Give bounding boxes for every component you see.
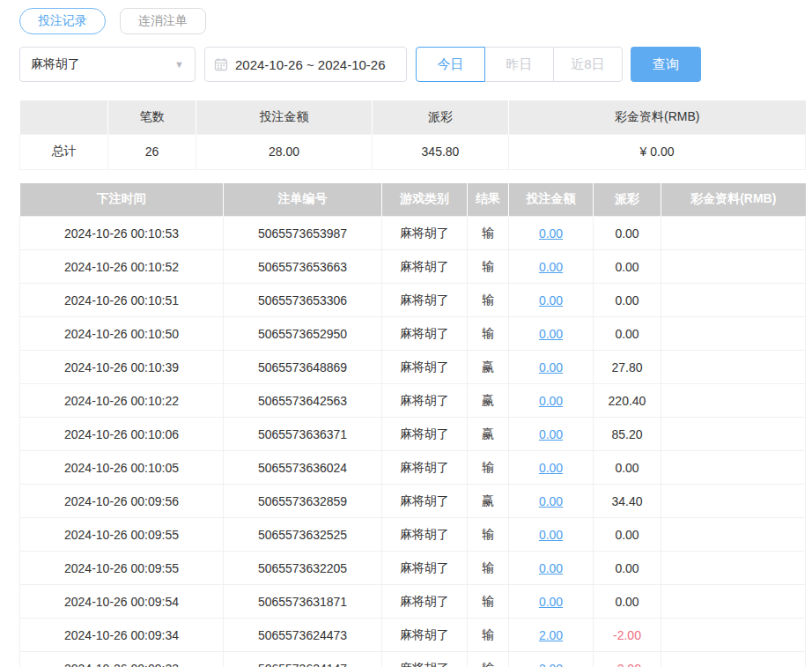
bet-amount-cell: 2.00 — [509, 619, 594, 652]
bonus-cell — [661, 284, 806, 317]
summary-header-bet-amount: 投注金额 — [196, 100, 373, 134]
bet-amount-link[interactable]: 0.00 — [539, 595, 563, 609]
result-cell: 输 — [468, 652, 509, 667]
order-no-cell: 5065573648869 — [224, 351, 382, 384]
result-cell: 输 — [468, 585, 509, 619]
bet-time-cell: 2024-10-26 00:09:54 — [20, 585, 224, 619]
payout-cell: 0.00 — [594, 284, 661, 317]
bet-amount-cell: 0.00 — [509, 284, 594, 317]
result-cell: 输 — [468, 317, 509, 351]
payout-cell: 34.40 — [594, 485, 661, 518]
summary-total-count: 26 — [108, 134, 196, 169]
bet-time-cell: 2024-10-26 00:09:55 — [20, 518, 224, 552]
bet-time-cell: 2024-10-26 00:10:22 — [20, 384, 224, 418]
bet-amount-link[interactable]: 0.00 — [539, 427, 563, 441]
search-button[interactable]: 查询 — [631, 47, 701, 82]
bet-amount-link[interactable]: 0.00 — [539, 461, 563, 475]
bet-amount-cell: 0.00 — [509, 451, 594, 485]
bet-amount-cell: 0.00 — [509, 351, 594, 384]
records-header-order-no: 注单编号 — [224, 183, 382, 217]
bet-amount-link[interactable]: 0.00 — [539, 226, 563, 241]
payout-cell: 220.40 — [594, 384, 661, 418]
summary-header-payout: 派彩 — [373, 100, 509, 134]
records-header-bet-amount: 投注金额 — [509, 183, 594, 217]
quick-range-today-label: 今日 — [438, 56, 464, 73]
game-type-cell: 麻将胡了 — [382, 485, 468, 518]
order-no-cell: 5065573624147 — [224, 652, 382, 667]
bet-time-cell: 2024-10-26 00:10:05 — [20, 451, 224, 485]
payout-cell: 27.80 — [594, 351, 661, 384]
table-row: 2024-10-26 00:10:51 5065573653306 麻将胡了 输… — [20, 284, 806, 317]
date-range-picker[interactable]: 2024-10-26 ~ 2024-10-26 — [204, 47, 407, 82]
payout-cell: 0.00 — [594, 552, 661, 585]
bet-amount-link[interactable]: 0.00 — [539, 494, 563, 508]
date-range-value: 2024-10-26 ~ 2024-10-26 — [235, 57, 386, 72]
order-no-cell: 5065573624473 — [224, 619, 382, 652]
order-no-cell: 5065573653663 — [224, 250, 382, 284]
table-row: 2024-10-26 00:10:22 5065573642563 麻将胡了 赢… — [20, 384, 806, 418]
bonus-cell — [661, 351, 806, 384]
bet-amount-cell: 0.00 — [509, 217, 594, 250]
result-cell: 输 — [468, 217, 509, 250]
game-type-cell: 麻将胡了 — [382, 619, 468, 652]
bonus-cell — [661, 518, 806, 552]
summary-header-empty — [20, 100, 108, 134]
bet-time-cell: 2024-10-26 00:10:39 — [20, 351, 224, 384]
filter-row: 麻将胡了 ▼ 2024-10-26 ~ 2024-10-26 — [19, 47, 806, 82]
bet-amount-link[interactable]: 0.00 — [539, 260, 563, 274]
records-table: 下注时间 注单编号 游戏类别 结果 投注金额 派彩 彩金资料(RMB) 2024… — [19, 183, 806, 667]
game-type-cell: 麻将胡了 — [382, 284, 468, 317]
bet-amount-cell: 0.00 — [509, 485, 594, 518]
bet-amount-link[interactable]: 2.00 — [539, 662, 563, 667]
summary-total-payout: 345.80 — [373, 134, 509, 169]
order-no-cell: 5065573632859 — [224, 485, 382, 518]
table-row: 2024-10-26 00:09:34 5065573624473 麻将胡了 输… — [20, 619, 806, 652]
game-type-cell: 麻将胡了 — [382, 451, 468, 485]
result-cell: 输 — [468, 284, 509, 317]
bet-amount-link[interactable]: 0.00 — [539, 360, 563, 374]
quick-range-last8days-label: 近8日 — [571, 56, 604, 73]
payout-cell: -2.00 — [594, 652, 661, 667]
order-no-cell: 5065573652950 — [224, 317, 382, 351]
result-cell: 输 — [468, 552, 509, 585]
quick-range-yesterday-button[interactable]: 昨日 — [484, 47, 554, 82]
bonus-cell — [661, 485, 806, 518]
table-row: 2024-10-26 00:10:52 5065573653663 麻将胡了 输… — [20, 250, 806, 284]
tab-betting-records[interactable]: 投注记录 — [19, 8, 106, 34]
game-type-cell: 麻将胡了 — [382, 552, 468, 585]
records-header-game-type: 游戏类别 — [382, 183, 468, 217]
tab-cancelled-orders[interactable]: 连消注单 — [120, 8, 206, 34]
bet-amount-link[interactable]: 0.00 — [539, 394, 563, 408]
result-cell: 赢 — [468, 485, 509, 518]
order-no-cell: 5065573653306 — [224, 284, 382, 317]
chevron-down-icon: ▼ — [174, 59, 184, 70]
bet-amount-link[interactable]: 2.00 — [539, 628, 563, 642]
bet-amount-link[interactable]: 0.00 — [539, 528, 563, 542]
bet-time-cell: 2024-10-26 00:09:56 — [20, 485, 224, 518]
bonus-cell — [661, 250, 806, 284]
summary-header-count: 笔数 — [108, 100, 196, 134]
records-header-result: 结果 — [468, 183, 509, 217]
bet-amount-link[interactable]: 0.00 — [539, 327, 563, 341]
bet-amount-cell: 0.00 — [509, 518, 594, 552]
table-row: 2024-10-26 00:09:55 5065573632525 麻将胡了 输… — [20, 518, 806, 552]
quick-range-today-button[interactable]: 今日 — [416, 47, 485, 82]
game-select[interactable]: 麻将胡了 ▼ — [19, 47, 196, 82]
result-cell: 赢 — [468, 384, 509, 418]
tab-betting-records-label: 投注记录 — [38, 13, 87, 29]
payout-cell: 0.00 — [594, 585, 661, 619]
bet-time-cell: 2024-10-26 00:10:53 — [20, 217, 224, 250]
quick-range-last8days-button[interactable]: 近8日 — [553, 47, 623, 82]
records-header-payout: 派彩 — [594, 183, 661, 217]
payout-cell: 0.00 — [594, 317, 661, 351]
order-no-cell: 5065573636024 — [224, 451, 382, 485]
bet-amount-link[interactable]: 0.00 — [539, 293, 563, 308]
table-row: 2024-10-26 00:09:54 5065573631871 麻将胡了 输… — [20, 585, 806, 619]
bet-amount-cell: 0.00 — [509, 552, 594, 585]
tab-cancelled-orders-label: 连消注单 — [138, 13, 188, 29]
table-row: 2024-10-26 00:10:53 5065573653987 麻将胡了 输… — [20, 217, 806, 250]
table-row: 2024-10-26 00:09:33 5065573624147 麻将胡了 输… — [20, 652, 806, 667]
bet-time-cell: 2024-10-26 00:10:52 — [20, 250, 224, 284]
bet-amount-link[interactable]: 0.00 — [539, 561, 563, 575]
game-type-cell: 麻将胡了 — [382, 351, 468, 384]
